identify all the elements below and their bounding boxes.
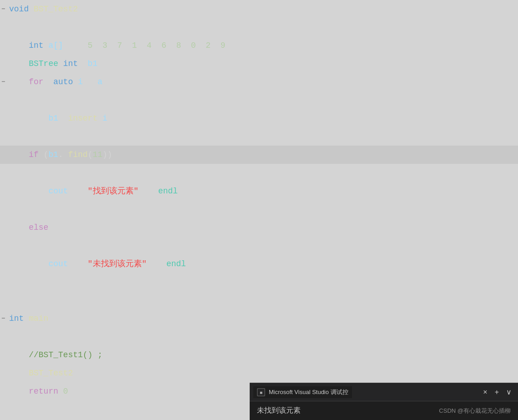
code-line: {	[0, 328, 518, 346]
code-line: − for (auto i : a)	[0, 73, 518, 91]
code-area: −void BST_Test2(){ int a[] = { 5, 3, 7, …	[0, 0, 518, 419]
token: ,	[211, 41, 221, 50]
tab-close-button[interactable]: ×	[480, 387, 490, 397]
line-content: else	[9, 218, 48, 237]
token: i	[102, 114, 107, 123]
token: (	[97, 114, 102, 123]
token: )	[102, 77, 107, 86]
token: (	[39, 150, 49, 159]
token: BSTree	[29, 59, 58, 68]
terminal-panel: ■ Microsoft Visual Studio 调试控 × + ∨ 未找到该…	[250, 383, 518, 420]
code-line: BST_Test2() ;	[0, 364, 518, 382]
token: ,	[181, 41, 191, 50]
token: for	[29, 77, 43, 86]
token: b1	[48, 114, 58, 123]
code-line: −int main()	[0, 309, 518, 328]
token: = {	[63, 41, 88, 50]
token: ,	[196, 41, 206, 50]
code-line: BSTree<int> b1 ;	[0, 55, 518, 73]
terminal-tabs: ■ Microsoft Visual Studio 调试控 × + ∨	[250, 383, 518, 401]
terminal-output: 未找到该元素 CSDN @有心栽花无心插柳	[250, 401, 518, 420]
token: ,	[137, 41, 147, 50]
collapse-marker[interactable]: −	[1, 0, 5, 18]
token: .	[58, 114, 68, 123]
code-line: else	[0, 218, 518, 237]
token: ) ;	[107, 114, 122, 123]
token: return	[29, 387, 58, 396]
token: BST_Test2	[34, 5, 78, 14]
line-content: return 0 ;	[9, 382, 78, 400]
code-line: }	[0, 127, 518, 146]
token: 3	[102, 41, 107, 50]
token: int	[29, 41, 43, 50]
token: 0	[63, 387, 68, 396]
tab-dropdown-button[interactable]: ∨	[503, 387, 514, 397]
token: {	[9, 332, 14, 341]
collapse-marker[interactable]: −	[1, 73, 5, 91]
code-line: }	[0, 200, 518, 218]
token: "找到该元素"	[88, 187, 139, 196]
token: } ;	[225, 41, 245, 50]
token: }	[29, 205, 34, 214]
token: ;	[178, 187, 188, 196]
token: <<	[138, 187, 158, 196]
token: insert	[68, 114, 98, 123]
terminal-tab[interactable]: ■ Microsoft Visual Studio 调试控	[253, 386, 352, 398]
token: b1	[48, 150, 58, 159]
code-line: }	[0, 273, 518, 291]
collapse-marker[interactable]: −	[1, 309, 5, 328]
token: {	[29, 168, 34, 177]
code-line: b1. insert(i) ;	[0, 109, 518, 127]
token: "未找到该元素"	[88, 259, 147, 268]
line-content: }	[9, 127, 34, 146]
terminal-tab-label: Microsoft Visual Studio 调试控	[269, 388, 348, 396]
tab-add-button[interactable]: +	[492, 387, 502, 397]
line-content: {	[9, 18, 14, 36]
output-text: 未找到该元素	[257, 406, 301, 415]
token: ,	[93, 41, 103, 50]
token: {	[9, 23, 14, 32]
token: a	[97, 77, 102, 86]
code-editor: −void BST_Test2(){ int a[] = { 5, 3, 7, …	[0, 0, 518, 420]
token: {	[29, 241, 34, 250]
line-content: int a[] = { 5, 3, 7, 1, 4, 6, 8, 0, 2, 9…	[9, 36, 245, 55]
code-line: cout << "找到该元素" << endl ;	[0, 182, 518, 200]
line-content: {	[9, 91, 34, 109]
token: 7	[117, 41, 122, 50]
token: find	[68, 150, 88, 159]
token: 6	[161, 41, 166, 50]
token: void	[9, 5, 29, 14]
token: a[]	[48, 41, 63, 50]
line-content: {	[9, 164, 34, 182]
token: 1	[132, 41, 137, 50]
token: :	[83, 77, 97, 86]
line-content: cout << "找到该元素" << endl ;	[9, 182, 188, 200]
token	[73, 77, 78, 86]
token: }	[9, 296, 14, 305]
token: ,	[151, 41, 161, 50]
line-content: b1. insert(i) ;	[9, 109, 122, 127]
token: endl	[166, 259, 186, 268]
code-line: //BST_Test1() ;	[0, 346, 518, 364]
token: 5	[88, 41, 93, 50]
token: i	[78, 77, 83, 86]
code-line: {	[0, 237, 518, 255]
token: }	[29, 132, 34, 141]
token: >	[78, 59, 88, 68]
tab-controls: × + ∨	[480, 387, 514, 397]
token: main	[29, 314, 48, 323]
csdn-watermark: CSDN @有心栽花无心插柳	[439, 407, 511, 415]
line-content: //BST_Test1() ;	[9, 346, 102, 364]
token: cout	[48, 259, 68, 268]
token: int	[63, 59, 78, 68]
line-content: }	[9, 273, 34, 291]
code-line: −void BST_Test2()	[0, 0, 518, 18]
line-content: }	[9, 291, 14, 309]
token: }	[9, 405, 14, 414]
token: b1	[88, 59, 98, 68]
token: ;	[68, 387, 78, 396]
code-line: int a[] = { 5, 3, 7, 1, 4, 6, 8, 0, 2, 9…	[0, 36, 518, 55]
line-content: void BST_Test2()	[9, 0, 88, 18]
line-content: int main()	[9, 309, 58, 328]
token: 8	[176, 41, 181, 50]
